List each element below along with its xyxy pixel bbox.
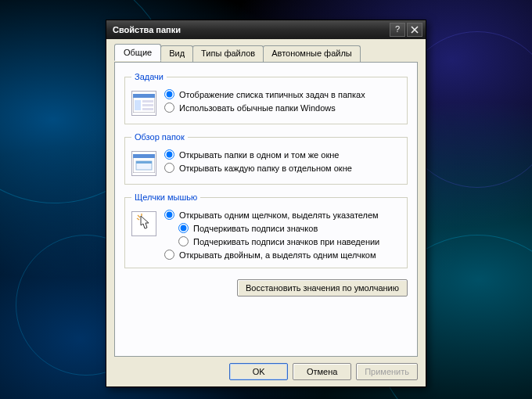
radio-underline-always[interactable]	[178, 223, 189, 233]
svg-rect-3	[135, 100, 141, 110]
tabstrip: Общие Вид Типы файлов Автономные файлы	[114, 45, 418, 62]
cancel-button[interactable]: Отмена	[293, 363, 351, 380]
radio-label: Открывать каждую папку в отдельном окне	[179, 164, 352, 173]
click-icon	[131, 211, 156, 236]
tab-page-general: Задачи	[114, 62, 418, 357]
svg-rect-6	[142, 108, 153, 110]
radio-label: Открывать двойным, а выделять одним щелч…	[179, 250, 376, 260]
tab-offline[interactable]: Автономные файлы	[263, 45, 361, 62]
tab-view[interactable]: Вид	[160, 45, 193, 62]
svg-rect-4	[142, 100, 153, 102]
browse-icon	[131, 151, 156, 176]
radio-same-window[interactable]	[164, 149, 174, 160]
tab-label: Автономные файлы	[271, 49, 352, 58]
radio-label: Использовать обычные папки Windows	[179, 103, 336, 113]
radio-label: Подчеркивать подписи значков	[193, 224, 318, 233]
dialog-footer: OK Отмена Применить	[114, 357, 418, 382]
group-legend: Обзор папок	[131, 132, 188, 142]
radio-double-click[interactable]	[164, 250, 174, 260]
window-title: Свойства папки	[113, 25, 388, 34]
restore-defaults-button[interactable]: Восстановить значения по умолчанию	[237, 279, 408, 297]
svg-rect-8	[133, 154, 155, 158]
tab-filetypes[interactable]: Типы файлов	[192, 45, 264, 62]
radio-single-click[interactable]	[164, 210, 174, 220]
svg-rect-5	[142, 104, 153, 106]
radio-label: Открывать одним щелчком, выделять указат…	[179, 210, 379, 220]
help-button[interactable]: ?	[390, 23, 405, 37]
ok-button[interactable]: OK	[229, 363, 288, 380]
folder-options-window: Свойства папки ? Общие Вид Типы файлов А…	[106, 20, 426, 387]
radio-show-task-list[interactable]	[164, 89, 174, 99]
radio-label: Открывать папки в одном и том же окне	[179, 150, 339, 160]
client-area: Общие Вид Типы файлов Автономные файлы З…	[106, 39, 426, 386]
radio-classic-folders[interactable]	[164, 102, 174, 113]
svg-rect-10	[136, 161, 152, 164]
radio-label: Подчеркивать подписи значков при наведен…	[193, 237, 379, 246]
radio-new-window[interactable]	[164, 163, 174, 173]
tab-label: Общие	[124, 48, 152, 57]
radio-underline-hover[interactable]	[178, 236, 189, 246]
group-tasks: Задачи	[124, 72, 408, 124]
tab-label: Вид	[169, 49, 185, 58]
close-button[interactable]	[407, 23, 422, 37]
tasks-icon	[131, 91, 156, 116]
group-browse: Обзор папок Открывать папки в	[124, 132, 408, 185]
radio-label: Отображение списка типичных задач в папк…	[179, 90, 365, 99]
tab-label: Типы файлов	[201, 49, 255, 58]
tab-general[interactable]: Общие	[114, 44, 161, 61]
svg-rect-2	[133, 94, 155, 98]
svg-text:?: ?	[395, 26, 400, 34]
apply-button[interactable]: Применить	[356, 363, 418, 380]
titlebar[interactable]: Свойства папки ?	[106, 20, 426, 39]
group-click: Щелчки мышью Открывать одним щелчком, вы…	[124, 192, 408, 268]
group-legend: Задачи	[131, 72, 167, 81]
group-legend: Щелчки мышью	[131, 192, 200, 202]
